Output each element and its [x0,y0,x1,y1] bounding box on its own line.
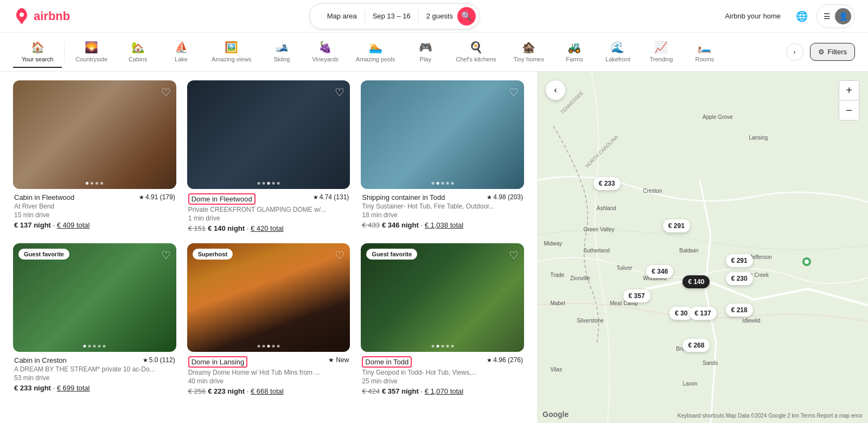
category-vineyards[interactable]: 🍇 Vineyards [303,36,347,68]
favorite-button-dome-lansing[interactable]: ♡ [335,249,344,262]
trending-icon: 📈 [654,41,668,54]
price-pin-357[interactable]: € 357 [623,289,650,302]
price-pin-268[interactable]: € 268 [682,339,710,352]
price-pin-291b[interactable]: € 291 [726,254,753,267]
price-pin-218[interactable]: € 218 [726,304,753,317]
zoom-out-button[interactable]: − [839,100,859,120]
price-pin-230[interactable]: € 230 [726,272,753,285]
listing-drive: 15 min drive [14,211,175,219]
listing-price: € 151€ 140 night · € 420 total [188,224,349,232]
listing-rating: ★ 4.98 (203) [487,193,523,201]
search-guests[interactable]: 2 guests [419,10,457,22]
category-label-lake: Lake [175,56,188,62]
category-label-lakefront: Lakefront [605,56,630,62]
category-lakefront[interactable]: 🌊 Lakefront [596,36,640,68]
vineyards-icon: 🍇 [318,41,332,54]
category-label-amazing-pools: Amazing pools [356,56,395,62]
listing-info: Dome in Lansing ★ New Dreamy Dome Home w… [187,356,350,395]
globe-icon[interactable]: 🌐 [796,10,808,22]
favorite-button-cabin-fleetwood[interactable]: ♡ [161,86,171,99]
price-pin-140-selected[interactable]: € 140 [682,275,710,288]
listing-drive: 40 min drive [188,377,349,385]
listing-drive: 18 min drive [362,211,523,219]
category-label-cabins: Cabins [129,56,147,62]
image-dots [431,182,454,185]
tiny-homes-icon: 🏚️ [522,41,535,54]
listing-card-dome-todd[interactable]: Guest favorite ♡ Dome in Todd ★ 4.96 (27… [361,243,524,395]
map-collapse-button[interactable]: ‹ [546,80,565,100]
nav-arrow-right[interactable]: › [786,43,803,61]
your-search-icon: 🏠 [31,41,44,54]
airbnb-logo[interactable]: airbnb [13,8,70,25]
price-pin-137[interactable]: € 137 [690,307,717,320]
search-button[interactable]: 🔍 [457,7,476,26]
category-play[interactable]: 🎮 Play [404,36,447,68]
listing-title: Dome in Fleetwood [188,193,256,205]
listing-price: € 233 night · € 699 total [14,384,175,392]
search-bar[interactable]: Map area Sep 13 – 16 2 guests 🔍 [309,3,480,29]
listing-card-container-todd[interactable]: ♡ Shipping container in Todd ★ 4.98 (203… [361,80,524,232]
listing-title: Shipping container in Todd [362,193,445,201]
map-zoom-controls: + − [839,80,859,121]
airbnb-your-home-button[interactable]: Airbnb your home [718,8,787,24]
guest-favorite-badge: Guest favorite [18,249,69,260]
listing-title: Dome in Todd [362,356,412,368]
category-skiing[interactable]: 🎿 Skiing [260,36,303,68]
search-location[interactable]: Map area [320,10,365,22]
listing-info: Cabin in Fleetwood ★ 4.91 (179) At River… [13,193,176,229]
farms-icon: 🚜 [567,41,581,54]
category-amazing-pools[interactable]: 🏊 Amazing pools [347,36,404,68]
map-panel[interactable]: TENNESSEE NORTH CAROLINA Apple Grove Lan… [537,72,868,423]
svg-point-2 [805,260,809,264]
listing-info: Dome in Fleetwood ★ 4.74 (131) Private C… [187,193,350,232]
listing-price: € 137 night · € 409 total [14,221,175,229]
category-tiny-homes[interactable]: 🏚️ Tiny homes [505,36,553,68]
category-your-search[interactable]: 🏠 Your search [13,36,62,68]
listing-card-dome-fleetwood[interactable]: ♡ Dome in Fleetwood ★ 4.74 (131) Private… [187,80,350,232]
filters-button[interactable]: ⚙ Filters [810,43,855,61]
favorite-button-dome-todd[interactable]: ♡ [509,249,519,262]
category-farms[interactable]: 🚜 Farms [553,36,596,68]
category-countryside[interactable]: 🌄 Countryside [67,36,116,68]
category-rooms[interactable]: 🛏️ Rooms [683,36,726,68]
listing-price: € 256€ 223 night · € 668 total [188,387,349,395]
listing-image-dome-lansing: Superhost ♡ [187,243,350,352]
image-dots [431,345,454,348]
amazing-pools-icon: 🏊 [369,41,382,54]
price-pin-291a[interactable]: € 291 [663,219,690,232]
listing-subtitle: Tiny Sustainer- Hot Tub, Fire Table, Out… [362,203,523,210]
user-menu[interactable]: ☰ 👤 [816,4,855,28]
listing-rating: ★ 4.74 (131) [313,193,349,201]
category-label-play: Play [420,56,431,62]
category-trending[interactable]: 📈 Trending [640,36,683,68]
listing-subtitle: At River Bend [14,203,175,210]
category-label-your-search: Your search [22,56,53,62]
listing-subtitle: Dreamy Dome Home w/ Hot Tub Mins from ..… [188,369,349,376]
price-pin-233[interactable]: € 233 [593,177,621,190]
listing-card-cabin-fleetwood[interactable]: ♡ Cabin in Fleetwood ★ 4.91 (179) At Riv… [13,80,176,232]
category-cabins[interactable]: 🏡 Cabins [116,36,159,68]
category-lake[interactable]: ⛵ Lake [159,36,203,68]
zoom-in-button[interactable]: + [839,81,859,100]
favorite-button-container-todd[interactable]: ♡ [509,86,519,99]
rooms-icon: 🛏️ [698,41,711,54]
listing-card-dome-lansing[interactable]: Superhost ♡ Dome in Lansing ★ New Dreamy… [187,243,350,395]
listing-rating: ★ 4.91 (179) [139,193,175,201]
google-logo: Google [542,410,569,419]
search-dates[interactable]: Sep 13 – 16 [365,10,419,22]
category-label-trending: Trending [649,56,673,62]
category-label-tiny-homes: Tiny homes [514,56,544,62]
category-label-skiing: Skiing [273,56,290,62]
category-divider [64,41,65,63]
price-pin-346[interactable]: € 346 [646,265,673,278]
category-chefs-kitchens[interactable]: 🍳 Chef's kitchens [447,36,505,68]
listing-info: Dome in Todd ★ 4.96 (276) Tiny Geopod in… [361,356,524,395]
favorite-button-cabin-creston[interactable]: ♡ [161,249,171,262]
image-dots [84,345,106,348]
skiing-icon: 🎿 [275,41,289,54]
favorite-button-dome-fleetwood[interactable]: ♡ [335,86,344,99]
listing-rating: ★ 5.0 (112) [143,356,175,364]
category-amazing-views[interactable]: 🖼️ Amazing views [203,36,260,68]
filters-label: Filters [828,48,847,56]
listing-card-cabin-creston[interactable]: Guest favorite ♡ Cabin in Creston ★ 5.0 … [13,243,176,395]
